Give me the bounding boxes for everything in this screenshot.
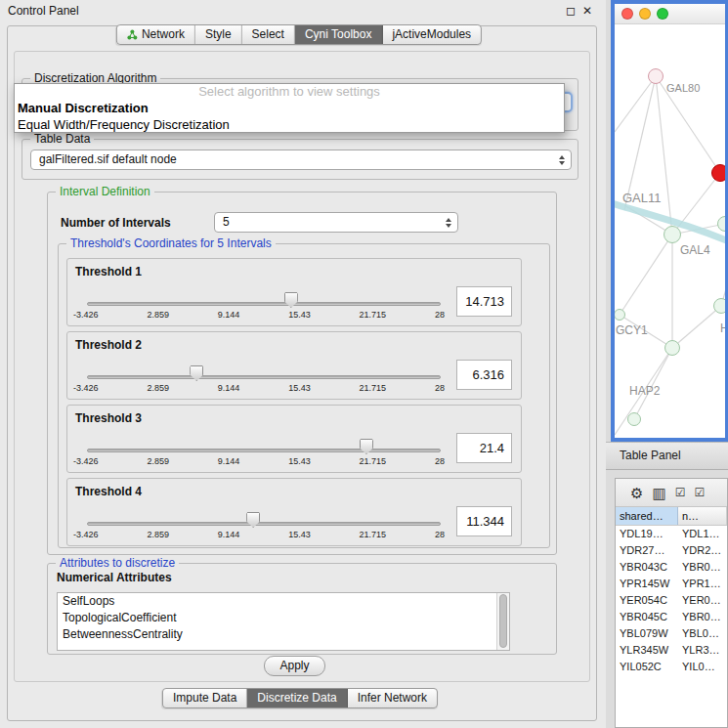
table-cell: YLR3… [678,642,727,659]
network-node[interactable] [648,68,664,84]
thresholds-group: Threshold's Coordinates for 5 Intervals … [58,243,550,548]
list-vertical-scrollbar[interactable] [496,593,509,650]
threshold-slider[interactable] [87,364,441,385]
table-row[interactable]: YDL19…YDL1… [616,526,727,542]
number-of-intervals-value: 5 [223,213,440,232]
slider-tick-labels: -3.4262.8599.14415.4321.71528 [73,456,445,466]
close-icon[interactable]: ✕ [582,3,592,19]
threshold-label: Threshold 4 [75,485,142,498]
tab-label: Discretize Data [257,689,336,707]
column-header-1[interactable]: shared… [616,507,678,525]
apply-button[interactable]: Apply [264,656,325,676]
network-node[interactable] [664,226,681,243]
network-node[interactable] [664,340,680,356]
threshold-value-field[interactable]: 14.713 [456,286,512,317]
attributes-group-label: Attributes to discretize [56,556,179,570]
table-cell: YPR1… [678,576,727,592]
threshold-label: Threshold 3 [75,411,142,425]
attribute-list-item[interactable]: SelfLoops [58,593,509,610]
attribute-list-item[interactable]: TopologicalCoefficient [58,610,509,626]
table-row[interactable]: YBL079WYBL0… [616,625,727,642]
number-of-intervals-combobox[interactable]: 5 [214,212,458,233]
threshold-slider[interactable] [87,510,441,532]
numerical-attributes-label: Numerical Attributes [57,571,172,584]
tick-label: 21.715 [360,383,387,393]
tick-label: 2.859 [147,310,169,320]
threshold-value-field[interactable]: 11.344 [456,506,512,536]
tab-discretize-data[interactable]: Discretize Data [247,689,347,707]
slider-track [87,302,441,306]
tab-network[interactable]: Network [117,25,195,44]
tab-style[interactable]: Style [195,25,242,44]
tab-jactivemodules[interactable]: jActiveModules [382,25,481,44]
table-cell: YIL0… [678,659,727,675]
zoom-traffic-light[interactable] [657,8,668,20]
network-view-window: GAL80GAL11GAL4GCY1HAP2H [611,0,728,442]
scrollbar-thumb[interactable] [499,594,507,648]
tick-label: 2.859 [147,456,169,466]
tab-label: Cyni Toolbox [305,25,371,44]
table-data-combobox[interactable]: galFiltered.sif default node [30,150,572,170]
threshold-value-field[interactable]: 6.316 [456,360,512,390]
tab-impute-data[interactable]: Impute Data [163,689,247,707]
tab-infer-network[interactable]: Infer Network [348,689,437,707]
tab-select[interactable]: Select [242,25,295,44]
settings-gear-icon[interactable]: ⚙ [630,486,643,500]
table-rows: YDL19…YDL1…YDR27…YDR2…YBR043CYBR0…YPR145… [616,526,727,675]
table-row[interactable]: YDR27…YDR2… [616,542,727,559]
network-node[interactable] [713,298,725,314]
table-cell: YER054C [616,592,678,609]
numerical-attributes-list[interactable]: SelfLoopsTopologicalCoefficientBetweenne… [57,592,510,651]
select-all-rows-icon[interactable]: ☑ [675,486,686,500]
table-cell: YBR0… [678,609,727,625]
tick-label: 9.144 [218,456,240,466]
attribute-list-item[interactable]: BetweennessCentrality [58,626,509,643]
table-row[interactable]: YLR345WYLR3… [616,642,727,659]
threshold-panel: Threshold 4 -3.4262.8599.14415.4321.7152… [66,478,522,546]
threshold-slider[interactable] [87,290,441,312]
algorithm-dropdown-popup: Select algorithm to view settings Manual… [14,83,565,133]
table-cell: YBL079W [616,625,678,642]
network-node-label: GCY1 [616,323,648,337]
tick-label: -3.426 [73,310,99,320]
deselect-rows-icon[interactable]: ☑ [694,486,705,500]
dropdown-option-manual-discretization[interactable]: Manual Discretization [15,100,564,116]
threshold-value-field[interactable]: 21.4 [456,433,512,463]
column-header-2[interactable]: n… [678,507,727,525]
minimize-traffic-light[interactable] [639,8,651,20]
dropdown-option-equal-width-frequency[interactable]: Equal Width/Frequency Discretization [15,116,564,133]
control-panel-title: Control Panel [8,4,79,18]
table-data-group-label: Table Data [30,132,94,146]
columns-icon[interactable]: ▥ [652,486,665,500]
slider-tick-labels: -3.4262.8599.14415.4321.71528 [73,310,445,320]
network-canvas[interactable]: GAL80GAL11GAL4GCY1HAP2H [615,24,725,438]
float-window-icon[interactable]: ◻ [566,3,576,19]
node-table-window: ⚙▥☑☑ shared…n… YDL19…YDL1…YDR27…YDR2…YBR… [615,478,728,728]
tick-label: -3.426 [73,530,99,539]
table-row[interactable]: YER054CYER0… [616,592,727,609]
threshold-slider[interactable] [87,437,441,458]
network-node-label: H [720,321,725,335]
table-row[interactable]: YBR045CYBR0… [616,609,727,625]
table-row[interactable]: YBR043CYBR0… [616,559,727,576]
close-traffic-light[interactable] [621,8,633,20]
tab-cyni-toolbox[interactable]: Cyni Toolbox [295,25,382,44]
tick-label: 2.859 [147,383,169,393]
network-node[interactable] [711,164,725,182]
tick-label: 28 [435,310,445,320]
slider-tick-labels: -3.4262.8599.14415.4321.71528 [73,383,445,393]
tick-label: 15.43 [288,456,311,466]
table-cell: YDR2… [678,542,727,559]
tick-label: 9.144 [218,310,240,320]
network-node[interactable] [627,412,641,426]
bottom-tab-strip: Impute DataDiscretize DataInfer Network [162,688,438,708]
combo-stepper-icon[interactable] [557,150,567,169]
tick-label: -3.426 [73,456,99,466]
combo-stepper-icon[interactable] [444,213,453,232]
table-row[interactable]: YPR145WYPR1… [616,576,727,592]
tick-label: 21.715 [360,310,387,320]
interval-definition-group: Interval Definition 5 Threshold's Coordi… [47,192,557,555]
tab-label: Style [205,25,232,44]
network-node-label: GAL4 [680,243,710,257]
table-row[interactable]: YIL052CYIL0… [616,659,727,675]
